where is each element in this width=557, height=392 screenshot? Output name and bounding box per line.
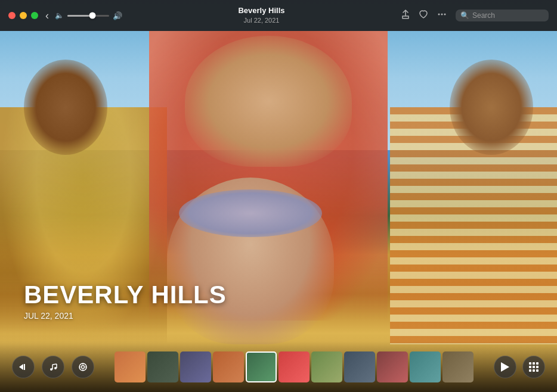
thumbnail-1[interactable] [115, 351, 146, 382]
slideshow-settings-button[interactable] [72, 356, 94, 378]
close-button[interactable] [8, 12, 16, 19]
minimize-button[interactable] [20, 12, 27, 19]
titlebar-title: Beverly Hills [238, 6, 284, 16]
svg-rect-4 [24, 364, 25, 370]
traffic-lights [0, 12, 38, 19]
back-button[interactable]: ‹ [45, 10, 49, 22]
volume-low-icon: 🔈 [55, 11, 64, 20]
svg-point-11 [82, 365, 85, 368]
play-button[interactable] [494, 356, 516, 378]
photo-title-date: JUL 22, 2021 [24, 311, 227, 321]
thumbnail-4[interactable] [213, 351, 244, 382]
thumbnail-9[interactable] [377, 351, 408, 382]
volume-control: 🔈 🔊 [55, 11, 122, 20]
thumbnail-3[interactable] [180, 351, 211, 382]
titlebar-date: Jul 22, 2021 [244, 16, 280, 24]
titlebar: ‹ 🔈 🔊 Beverly Hills Jul 22, 2021 [0, 0, 557, 31]
volume-high-icon: 🔊 [113, 11, 122, 20]
svg-marker-16 [501, 362, 509, 372]
search-input[interactable] [472, 11, 544, 20]
svg-point-0 [438, 14, 440, 15]
thumbnail-10[interactable] [410, 351, 441, 382]
thumbnail-8[interactable] [344, 351, 375, 382]
photo-title: BEVERLY HILLS [24, 281, 227, 309]
right-controls [494, 356, 545, 378]
maximize-button[interactable] [31, 12, 38, 19]
svg-marker-3 [19, 364, 23, 370]
titlebar-center: Beverly Hills Jul 22, 2021 [122, 6, 401, 24]
volume-slider[interactable] [67, 15, 109, 17]
bottom-bar [0, 341, 557, 392]
svg-line-9 [52, 364, 57, 365]
search-icon: 🔍 [460, 11, 469, 20]
favorite-button[interactable] [419, 10, 428, 21]
left-controls [12, 356, 94, 378]
svg-point-1 [441, 14, 443, 15]
thumbnail-11[interactable] [442, 351, 474, 382]
grid-icon [529, 362, 539, 372]
photo-background [0, 0, 557, 392]
share-button[interactable] [401, 10, 410, 21]
music-button[interactable] [42, 356, 64, 378]
photo-title-overlay: BEVERLY HILLS JUL 22, 2021 [24, 281, 227, 321]
titlebar-actions: 🔍 [401, 9, 557, 22]
rewind-button[interactable] [12, 356, 35, 378]
thumbnail-7[interactable] [311, 351, 342, 382]
thumbnail-strip [100, 351, 488, 382]
search-box[interactable]: 🔍 [456, 10, 549, 21]
main-photo: BEVERLY HILLS JUL 22, 2021 [0, 0, 557, 392]
thumbnail-2[interactable] [147, 351, 178, 382]
more-button[interactable] [437, 9, 447, 22]
thumbnail-5[interactable] [246, 351, 277, 382]
thumbnail-6[interactable] [278, 351, 310, 382]
grid-view-button[interactable] [522, 356, 545, 378]
svg-point-2 [444, 14, 446, 15]
